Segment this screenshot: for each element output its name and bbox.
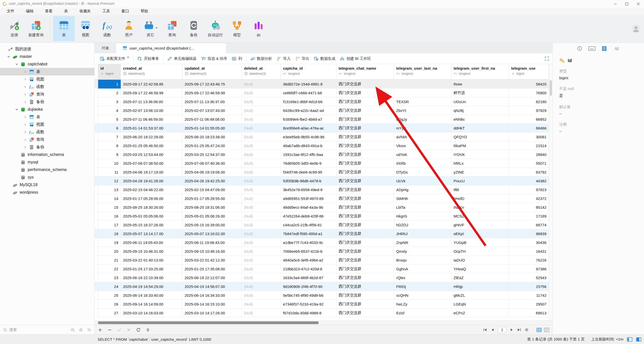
cell-telegram_user_last_na[interactable]: hDZOJ [394, 221, 451, 229]
tab-objects[interactable]: 对象 [95, 43, 116, 53]
table-row[interactable]: 152025-08-25 18:30:26.002025-08-25 18:31… [95, 203, 549, 212]
cell-created_at[interactable]: 2025-03-22 01:40:13.00 [121, 256, 182, 265]
cell-telegram_chat_name[interactable]: 西门庆交流群 [336, 124, 394, 133]
cell-telegram_user_first_na[interactable]: RkaPM [451, 141, 509, 150]
cell-telegram_chat_name[interactable]: 西门庆交流群 [336, 115, 394, 124]
row-selector[interactable] [95, 291, 98, 300]
row-selector[interactable] [95, 309, 98, 317]
cell-captcha_id[interactable]: 8ce956e8-a0ac-476a-ac [281, 124, 336, 133]
grid-view-icon[interactable] [536, 327, 542, 332]
column-header-captcha_id[interactable]: captcha_idABClongtext [281, 64, 336, 80]
cell-deleted_at[interactable]: (Null) [242, 106, 281, 115]
cell-telegram_user_last_na[interactable]: GghnA [394, 265, 451, 273]
cell-telegram_user_last_na[interactable] [394, 89, 451, 97]
cell-created_at[interactable]: 2025-05-01 05:05:06.00 [121, 212, 182, 221]
page-number-input[interactable]: 1 [498, 327, 506, 333]
cell-id[interactable]: 6 [98, 124, 121, 133]
toolbar-button-table[interactable]: 表 [53, 16, 75, 41]
tree-item-dujiaoka-backups[interactable]: 备份 [0, 143, 94, 151]
cell-telegram_chat_name[interactable]: 西门庆交流群 [336, 229, 394, 238]
cell-deleted_at[interactable]: (Null) [242, 256, 281, 265]
cell-captcha_id[interactable]: a9d65951-553f-4970-89 [281, 194, 336, 203]
favorites-star-icon[interactable] [79, 328, 83, 332]
search-input[interactable]: 搜索 [9, 327, 17, 332]
cell-captcha_id[interactable]: 4840a5c8-3ef8-4964-a2 [281, 256, 336, 265]
cell-telegram_use[interactable]: 21514 [509, 141, 549, 150]
cell-id[interactable]: 23 [98, 273, 121, 282]
row-selector[interactable] [95, 273, 98, 282]
cell-captcha_id[interactable]: 7066eeb5-6537-421b-b [281, 247, 336, 256]
ai-icon[interactable]: AI [613, 46, 620, 51]
cell-telegram_user_first_na[interactable]: OcpTH [451, 247, 509, 256]
maximize-button[interactable] [621, 0, 632, 8]
cell-deleted_at[interactable]: (Null) [242, 273, 281, 282]
delete-record-icon[interactable] [107, 327, 112, 332]
row-selector[interactable] [95, 247, 98, 256]
cell-telegram_chat_name[interactable]: 西门庆交流群 [336, 150, 394, 159]
column-header-deleted_at[interactable]: deleted_atdatetime(3) [242, 64, 281, 80]
cell-updated_at[interactable]: 2025-01-14 01:55:05.00 [182, 124, 242, 133]
table-toolbar-export[interactable]: 导出 [293, 55, 311, 63]
cell-telegram_user_last_na[interactable]: Ezisf [394, 309, 451, 317]
cell-telegram_user_last_na[interactable]: LblTa [394, 203, 451, 212]
tree-item-captchabot-views[interactable]: 视图 [0, 75, 94, 83]
toolbar-button-query[interactable]: 查询 [161, 16, 183, 41]
table-toolbar-table-profile[interactable]: 表配置文件 [98, 55, 131, 63]
cell-telegram_user_last_na[interactable]: TEXSR [394, 97, 451, 106]
cell-telegram_use[interactable]: 69613 [509, 309, 549, 317]
cell-deleted_at[interactable]: (Null) [242, 177, 281, 185]
cell-telegram_user_first_na[interactable]: LGEqN [451, 300, 509, 309]
cell-deleted_at[interactable]: (Null) [242, 97, 281, 106]
ddl-icon[interactable]: DDL [588, 46, 595, 51]
cell-deleted_at[interactable]: (Null) [242, 168, 281, 177]
cell-telegram_use[interactable]: 97929 [509, 106, 549, 115]
cell-created_at[interactable]: 2025-01-25 17:33:25.00 [121, 265, 182, 273]
cell-updated_at[interactable]: 2025-05-01 05:06:26.00 [182, 212, 242, 221]
cell-id[interactable]: 26 [98, 300, 121, 309]
cell-telegram_user_last_na[interactable] [394, 80, 451, 89]
table-row[interactable]: 142025-01-17 05:28:06.002025-01-17 05:28… [95, 194, 549, 203]
table-row[interactable]: 262025-09-14 16:14:09.002025-09-14 16:15… [95, 300, 549, 309]
tree-item-captchabot-queries[interactable]: 查询 [0, 91, 94, 98]
cell-id[interactable]: 12 [98, 177, 121, 185]
cell-id[interactable]: 25 [98, 291, 121, 300]
cell-captcha_id[interactable]: 1633c3a4-869f-4b2d-87 [281, 273, 336, 282]
cell-deleted_at[interactable]: (Null) [242, 141, 281, 150]
row-selector[interactable] [95, 168, 98, 177]
cell-created_at[interactable]: 2025-07-08 07:38:50.00 [121, 159, 182, 168]
table-row[interactable]: 252025-06-14 16:33:40.002025-06-14 16:34… [95, 291, 549, 300]
cell-telegram_user_first_na[interactable]: HRijp [451, 282, 509, 291]
cell-updated_at[interactable]: 2025-09-17 22:43:46.75 [182, 80, 242, 89]
cell-telegram_chat_name[interactable]: 西门庆交流群 [336, 265, 394, 273]
cell-created_at[interactable]: 2025-01-17 05:28:06.00 [121, 194, 182, 203]
cell-deleted_at[interactable]: (Null) [242, 133, 281, 141]
cell-telegram_use[interactable]: 68466 [509, 124, 549, 133]
cell-created_at[interactable]: 2025-08-25 18:30:26.00 [121, 203, 182, 212]
cell-telegram_chat_name[interactable]: 西门庆交流群 [336, 300, 394, 309]
table-row[interactable]: 122025-04-26 19:41:28.002025-04-26 19:42… [95, 177, 549, 185]
table-toolbar-columns[interactable]: 列 [229, 55, 244, 63]
cell-captcha_id[interactable]: e3ee85eb-9b55-4c96-96 [281, 133, 336, 141]
column-header-created_at[interactable]: created_atdatetime(3) [121, 64, 182, 80]
cell-updated_at[interactable]: 2025-05-15 16:39:00.00 [182, 221, 242, 229]
menu-item-3[interactable]: 表 [58, 8, 74, 15]
refresh-icon[interactable] [136, 327, 141, 332]
page-settings-gear-icon[interactable] [524, 327, 529, 332]
cell-telegram_user_last_na[interactable]: hwLZy [394, 300, 451, 309]
cell-telegram_user_first_na[interactable]: QFQYD [451, 133, 509, 141]
column-header-telegram_user_first_na[interactable]: telegram_user_first_naABClongtext [451, 64, 509, 80]
cell-telegram_user_first_na[interactable]: gHtVF [451, 221, 509, 229]
table-row[interactable]: 172025-05-15 16:37:26.002025-05-15 16:39… [95, 221, 549, 229]
tree-item-dujiaoka[interactable]: dujiaoka [0, 106, 94, 113]
cell-telegram_use[interactable]: 58420 [509, 80, 549, 89]
cell-updated_at[interactable]: 2025-03-25 12:54:37.00 [182, 150, 242, 159]
column-header-updated_at[interactable]: updated_atdatetime(3) [182, 64, 242, 80]
row-selector[interactable] [95, 106, 98, 115]
cell-id[interactable]: 27 [98, 309, 121, 317]
cell-telegram_user_last_na[interactable]: HkgrG [394, 212, 451, 221]
cell-captcha_id[interactable]: 6428cc99-a22c-4aa2-a4 [281, 106, 336, 115]
cell-telegram_use[interactable]: 76900 [509, 89, 549, 97]
filter-list-icon[interactable] [70, 328, 75, 332]
cell-telegram_user_last_na[interactable]: IIXRb [394, 159, 451, 168]
table-row[interactable]: 22025-09-17 22:46:58.992025-09-17 22:46:… [95, 89, 549, 97]
